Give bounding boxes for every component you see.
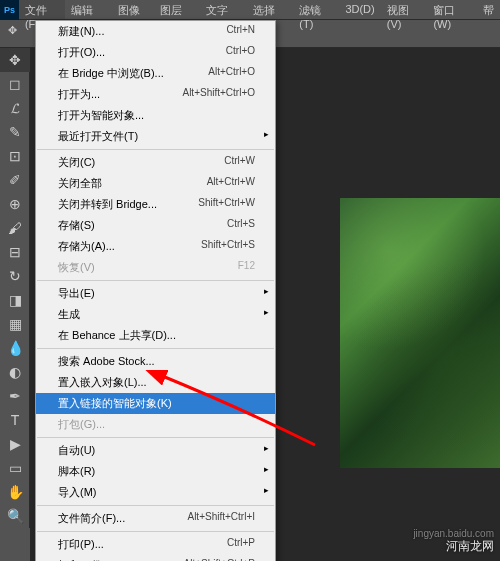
menu-help[interactable]: 帮 xyxy=(477,0,500,19)
menu-item[interactable]: 在 Bridge 中浏览(B)...Alt+Ctrl+O xyxy=(36,63,275,84)
menu-item[interactable]: 打印(P)...Ctrl+P xyxy=(36,534,275,555)
menu-item-label: 在 Behance 上共享(D)... xyxy=(58,328,176,343)
menu-item[interactable]: 置入链接的智能对象(K) xyxy=(36,393,275,414)
menu-item-shortcut: Ctrl+N xyxy=(226,24,255,39)
menu-item-shortcut: Ctrl+W xyxy=(224,155,255,170)
menu-item-shortcut: Ctrl+P xyxy=(227,537,255,552)
move-tool-icon: ✥ xyxy=(8,24,28,44)
menu-item[interactable]: 打印一份(Y)Alt+Shift+Ctrl+P xyxy=(36,555,275,561)
menu-item-label: 存储为(A)... xyxy=(58,239,115,254)
menu-item[interactable]: 关闭全部Alt+Ctrl+W xyxy=(36,173,275,194)
file-dropdown-menu: 新建(N)...Ctrl+N打开(O)...Ctrl+O在 Bridge 中浏览… xyxy=(35,20,276,561)
brush-tool[interactable]: 🖌 xyxy=(0,216,30,240)
zoom-tool[interactable]: 🔍 xyxy=(0,504,30,528)
menu-item-shortcut: Alt+Ctrl+O xyxy=(208,66,255,81)
menu-item[interactable]: 自动(U) xyxy=(36,440,275,461)
lasso-tool[interactable]: 𝓛 xyxy=(0,96,30,120)
menu-separator xyxy=(37,149,274,150)
blur-tool[interactable]: 💧 xyxy=(0,336,30,360)
menu-item[interactable]: 打开为智能对象... xyxy=(36,105,275,126)
menu-item[interactable]: 文件简介(F)...Alt+Shift+Ctrl+I xyxy=(36,508,275,529)
menu-edit[interactable]: 编辑(E) xyxy=(65,0,112,19)
crop-tool[interactable]: ⊡ xyxy=(0,144,30,168)
menu-item-label: 关闭(C) xyxy=(58,155,95,170)
menu-item[interactable]: 打开(O)...Ctrl+O xyxy=(36,42,275,63)
menu-item-label: 置入嵌入对象(L)... xyxy=(58,375,147,390)
menu-item[interactable]: 关闭并转到 Bridge...Shift+Ctrl+W xyxy=(36,194,275,215)
eyedropper-tool[interactable]: ✐ xyxy=(0,168,30,192)
watermark-text: 河南龙网 xyxy=(446,538,494,555)
menu-item-shortcut: Shift+Ctrl+S xyxy=(201,239,255,254)
menu-select[interactable]: 选择(S) xyxy=(247,0,294,19)
marquee-tool[interactable]: ◻ xyxy=(0,72,30,96)
menu-item-label: 脚本(R) xyxy=(58,464,95,479)
hand-tool[interactable]: ✋ xyxy=(0,480,30,504)
menu-layer[interactable]: 图层(L) xyxy=(154,0,200,19)
menu-item-shortcut: Alt+Ctrl+W xyxy=(207,176,255,191)
menu-item-shortcut: F12 xyxy=(238,260,255,275)
gradient-tool[interactable]: ▦ xyxy=(0,312,30,336)
history-brush-tool[interactable]: ↻ xyxy=(0,264,30,288)
menu-item: 打包(G)... xyxy=(36,414,275,435)
menu-item-shortcut: Alt+Shift+Ctrl+O xyxy=(182,87,255,102)
path-select-tool[interactable]: ▶ xyxy=(0,432,30,456)
app-logo: Ps xyxy=(0,0,19,20)
healing-tool[interactable]: ⊕ xyxy=(0,192,30,216)
menu-item-label: 打包(G)... xyxy=(58,417,105,432)
menu-item[interactable]: 最近打开文件(T) xyxy=(36,126,275,147)
menu-separator xyxy=(37,348,274,349)
menu-item[interactable]: 置入嵌入对象(L)... xyxy=(36,372,275,393)
move-tool[interactable]: ✥ xyxy=(0,48,30,72)
type-tool[interactable]: T xyxy=(0,408,30,432)
menu-type[interactable]: 文字(Y) xyxy=(200,0,247,19)
menu-item-label: 导入(M) xyxy=(58,485,97,500)
menu-3d[interactable]: 3D(D) xyxy=(339,0,380,19)
menu-item-label: 搜索 Adobe Stock... xyxy=(58,354,155,369)
canvas-image xyxy=(340,198,500,468)
menu-item-label: 打开为智能对象... xyxy=(58,108,144,123)
menu-item-label: 恢复(V) xyxy=(58,260,95,275)
menu-item[interactable]: 存储为(A)...Shift+Ctrl+S xyxy=(36,236,275,257)
menu-item[interactable]: 搜索 Adobe Stock... xyxy=(36,351,275,372)
menu-item-label: 关闭全部 xyxy=(58,176,102,191)
menu-item-label: 关闭并转到 Bridge... xyxy=(58,197,157,212)
quick-select-tool[interactable]: ✎ xyxy=(0,120,30,144)
pen-tool[interactable]: ✒ xyxy=(0,384,30,408)
menu-item-label: 自动(U) xyxy=(58,443,95,458)
menu-separator xyxy=(37,505,274,506)
menu-item[interactable]: 导出(E) xyxy=(36,283,275,304)
menubar: Ps 文件(F) 编辑(E) 图像(I) 图层(L) 文字(Y) 选择(S) 滤… xyxy=(0,0,500,20)
menu-item[interactable]: 脚本(R) xyxy=(36,461,275,482)
menu-filter[interactable]: 滤镜(T) xyxy=(293,0,339,19)
menu-item-label: 导出(E) xyxy=(58,286,95,301)
dodge-tool[interactable]: ◐ xyxy=(0,360,30,384)
menu-item: 恢复(V)F12 xyxy=(36,257,275,278)
menu-image[interactable]: 图像(I) xyxy=(112,0,155,19)
menu-separator xyxy=(37,437,274,438)
menu-item[interactable]: 打开为...Alt+Shift+Ctrl+O xyxy=(36,84,275,105)
menu-file[interactable]: 文件(F) xyxy=(19,0,65,19)
menu-view[interactable]: 视图(V) xyxy=(381,0,428,19)
menu-item[interactable]: 关闭(C)Ctrl+W xyxy=(36,152,275,173)
stamp-tool[interactable]: ⊟ xyxy=(0,240,30,264)
menu-item[interactable]: 存储(S)Ctrl+S xyxy=(36,215,275,236)
menu-item-label: 打开为... xyxy=(58,87,100,102)
menu-item[interactable]: 生成 xyxy=(36,304,275,325)
menu-separator xyxy=(37,280,274,281)
menu-item-label: 新建(N)... xyxy=(58,24,104,39)
menu-item-label: 打开(O)... xyxy=(58,45,105,60)
menu-item-label: 置入链接的智能对象(K) xyxy=(58,396,172,411)
menu-window[interactable]: 窗口(W) xyxy=(427,0,477,19)
menu-item-label: 打印(P)... xyxy=(58,537,104,552)
menu-item-label: 生成 xyxy=(58,307,80,322)
menu-item-shortcut: Ctrl+S xyxy=(227,218,255,233)
shape-tool[interactable]: ▭ xyxy=(0,456,30,480)
image-content xyxy=(340,198,500,468)
menu-item[interactable]: 新建(N)...Ctrl+N xyxy=(36,21,275,42)
menu-item-label: 存储(S) xyxy=(58,218,95,233)
menu-item[interactable]: 导入(M) xyxy=(36,482,275,503)
eraser-tool[interactable]: ◨ xyxy=(0,288,30,312)
menu-item-shortcut: Shift+Ctrl+W xyxy=(198,197,255,212)
menu-item-label: 在 Bridge 中浏览(B)... xyxy=(58,66,164,81)
menu-item[interactable]: 在 Behance 上共享(D)... xyxy=(36,325,275,346)
